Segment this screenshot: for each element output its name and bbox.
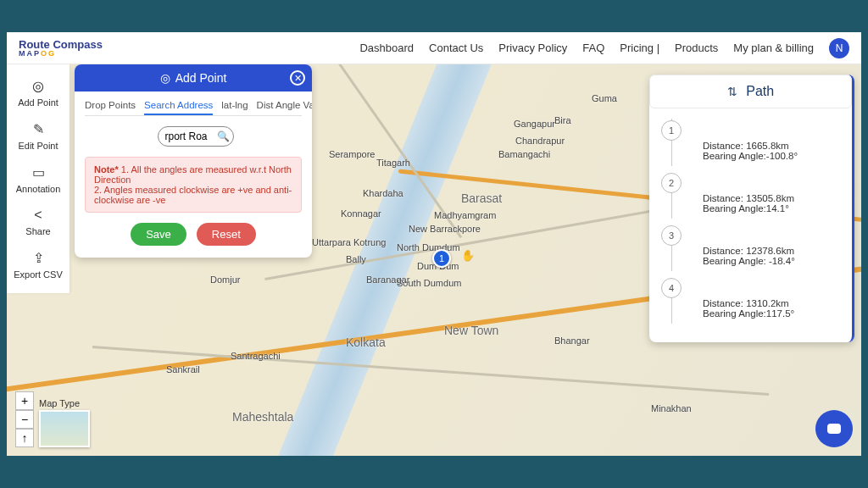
sidebar-item-edit-point[interactable]: ✎ Edit Point [7,116,70,156]
save-button[interactable]: Save [131,223,186,246]
path-item[interactable]: 2Distance: 13505.8kmBearing Angle:14.1° [661,173,840,219]
target-icon: ◎ [32,78,44,94]
map-place-label: Bally [346,254,366,264]
sidebar-label: Edit Point [18,141,58,151]
map-place-label: Baranagar [366,274,409,285]
note-line-2: 2. Angles measured clockwise are +ve and… [94,185,292,205]
map-place-label: North Dumdum [397,242,460,252]
topbar: Route Compass MAPOG Dashboard Contact Us… [7,32,861,64]
map-type-selector[interactable] [39,410,90,447]
nav-faq[interactable]: FAQ [582,42,604,54]
map-place-label: Sankrail [166,364,200,374]
share-icon: < [34,208,42,223]
swap-icon: ⇅ [727,85,737,98]
map-place-label: Santragachi [231,351,281,361]
path-bearing: Bearing Angle:117.5° [703,308,794,319]
tab-lat-lng[interactable]: lat-lng [221,100,248,110]
panel-title: Add Point [175,71,227,85]
map-place-label: Titagarh [376,158,410,168]
panel-tabs: Drop Points Search Address lat-lng Dist … [85,100,302,116]
path-bearing: Bearing Angle:-100.8° [703,151,798,161]
search-icon[interactable]: 🔍 [217,130,230,142]
map-place-label: New Town [444,324,498,337]
zoom-out-button[interactable]: − [15,410,34,429]
nav-dashboard[interactable]: Dashboard [359,42,414,54]
path-item[interactable]: 4Distance: 1310.2kmBearing Angle:117.5° [661,278,840,324]
panel-header: ◎ Add Point ✕ [75,64,312,92]
path-title: Path [746,84,774,98]
path-num: 4 [661,278,682,298]
close-icon[interactable]: ✕ [290,70,305,86]
map-place-label: Bhangar [554,336,590,346]
map-place-label: Barasat [461,191,502,205]
nav-privacy[interactable]: Privacy Policy [498,42,567,54]
map-place-label: Minakhan [651,403,692,413]
note-label: Note* [94,164,119,175]
path-list: 1Distance: 1665.8kmBearing Angle:-100.8°… [649,120,852,342]
logo[interactable]: Route Compass MAPOG [19,39,103,58]
path-text: Distance: 1310.2kmBearing Angle:117.5° [671,286,794,324]
map-place-label: New Barrackpore [409,224,481,234]
map-place-label: Kolkata [346,336,386,349]
map-place-label: Guma [592,93,617,103]
message-icon: ▭ [32,164,45,180]
top-nav: Dashboard Contact Us Privacy Policy FAQ … [359,38,849,58]
hand-cursor-icon: ✋ [461,249,475,262]
map-place-label: Bamangachi [498,149,550,159]
nav-pricing[interactable]: Pricing | [620,42,659,54]
avatar[interactable]: N [829,38,849,58]
chat-button[interactable] [815,410,853,447]
sidebar-item-share[interactable]: < Share [7,202,70,241]
path-text: Distance: 12378.6kmBearing Angle: -18.4° [671,234,795,271]
path-bearing: Bearing Angle:14.1° [703,203,794,214]
nav-products[interactable]: Products [675,42,718,54]
sidebar-item-export-csv[interactable]: ⇪ Export CSV [7,245,70,285]
sidebar-label: Export CSV [14,269,62,280]
tab-dist-angle[interactable]: Dist Angle Values [257,100,312,110]
nav-contact[interactable]: Contact Us [429,42,483,54]
map-place-label: Bira [554,115,571,125]
sidebar-item-add-point[interactable]: ◎ Add Point [7,73,70,113]
map-place-label: Domjur [210,274,240,285]
path-text: Distance: 1665.8kmBearing Angle:-100.8° [671,119,798,166]
path-panel: ⇅ Path 1Distance: 1665.8kmBearing Angle:… [649,75,854,342]
path-distance: Distance: 13505.8km [703,193,794,203]
path-num: 3 [661,225,682,246]
reset-button[interactable]: Reset [197,223,256,246]
map-place-label: Konnagar [341,208,381,219]
map-controls: + − ↑ Map Type [15,391,90,447]
compass-button[interactable]: ↑ [15,429,34,447]
note-box: Note* 1. All the angles are measured w.r… [85,157,302,213]
pencil-icon: ✎ [33,121,44,137]
map-type-label: Map Type [39,398,90,408]
map-place-label: Chandrapur [515,136,565,146]
map-place-label: Gangapur [514,119,555,129]
map-place-label: Khardaha [363,188,403,198]
path-item[interactable]: 1Distance: 1665.8kmBearing Angle:-100.8° [661,120,840,166]
sidebar-left: ◎ Add Point ✎ Edit Point ▭ Annotation < … [7,64,70,293]
path-distance: Distance: 12378.6km [703,246,795,256]
path-num: 1 [661,120,682,141]
add-point-panel: ◎ Add Point ✕ Drop Points Search Address… [75,64,312,258]
map-marker-1[interactable]: 1 [432,249,451,268]
export-icon: ⇪ [33,250,44,266]
sidebar-label: Annotation [16,184,61,194]
workspace: SeramporeTitagarhKhardahaKonnagarUttarpa… [7,64,861,456]
path-num: 2 [661,173,682,193]
sidebar-label: Share [25,226,50,236]
path-text: Distance: 13505.8kmBearing Angle:14.1° [671,181,794,219]
tab-drop-points[interactable]: Drop Points [85,100,136,110]
tab-search-address[interactable]: Search Address [144,100,213,115]
target-icon: ◎ [160,71,170,85]
sidebar-label: Add Point [18,97,58,108]
map-place-label: Serampore [329,149,375,159]
zoom-in-button[interactable]: + [15,391,34,410]
nav-plan-billing[interactable]: My plan & billing [733,42,814,54]
map-place-label: Madhyamgram [434,210,496,220]
path-item[interactable]: 3Distance: 12378.6kmBearing Angle: -18.4… [661,225,840,271]
path-distance: Distance: 1310.2km [703,298,794,308]
path-distance: Distance: 1665.8km [703,141,798,151]
sidebar-item-annotation[interactable]: ▭ Annotation [7,159,70,199]
path-bearing: Bearing Angle: -18.4° [703,256,795,266]
map-place-label: Maheshtala [232,410,293,424]
